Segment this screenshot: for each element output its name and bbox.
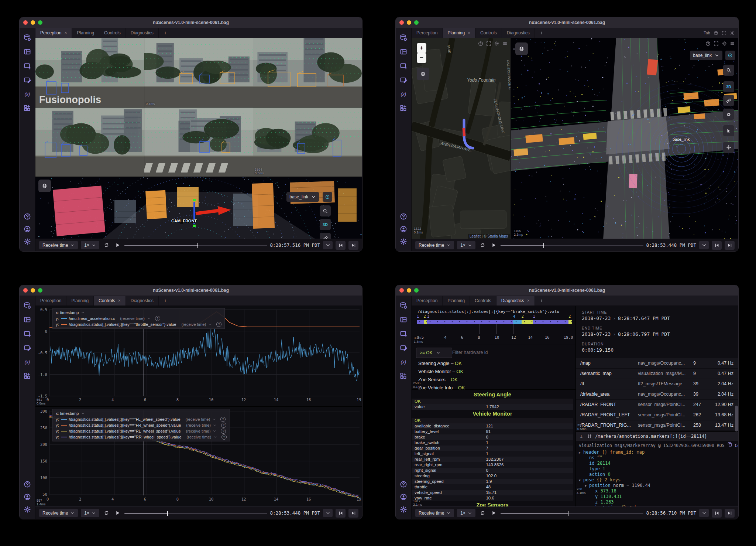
sidebar-item-add-panel[interactable] (23, 329, 32, 338)
state-segment[interactable] (533, 320, 568, 324)
seek-forward-button[interactable] (348, 509, 358, 518)
slider-thumb[interactable] (543, 243, 544, 248)
camera-image-panel[interactable]: Fusionopolis (35, 38, 144, 107)
time-options-button[interactable] (323, 509, 333, 517)
add-tab-button[interactable]: + (159, 296, 172, 306)
diagnostic-summary-item[interactable]: Steering Angle – OK (418, 361, 462, 366)
loop-button[interactable] (478, 241, 487, 249)
sidebar-item-settings[interactable] (399, 237, 408, 246)
help-icon[interactable] (714, 31, 718, 35)
chevron-down-icon[interactable] (212, 417, 216, 421)
fullscreen-icon[interactable] (486, 41, 491, 46)
slider-thumb[interactable] (167, 511, 168, 516)
tab-close-icon[interactable]: × (64, 30, 67, 35)
copy-msg-button[interactable]: Copy msg (727, 443, 738, 448)
fullscreen-icon[interactable] (714, 41, 719, 46)
sidebar-item-extensions[interactable] (23, 103, 32, 112)
search-button[interactable] (723, 65, 734, 76)
timestamp-mode-select[interactable]: Receive time (39, 241, 78, 249)
tab-diagnostics[interactable]: Diagnostics× (496, 296, 535, 306)
sort-icon[interactable] (587, 434, 592, 439)
time-options-button[interactable] (323, 241, 333, 249)
hardware-id-filter-input[interactable]: Filter hardware id (452, 348, 571, 357)
plot-legend[interactable]: x: timestampy:/diagnostics.status[:].val… (52, 409, 230, 441)
seek-backward-button[interactable] (336, 241, 346, 250)
tab-planning[interactable]: Planning (443, 296, 470, 306)
raw-messages-topbar[interactable]: ± /markers/annotations.markers[:]{id==28… (576, 432, 738, 441)
menu-icon[interactable] (730, 41, 735, 46)
topic-row[interactable]: /semantic_mapvisualization_msgs/M...90.4… (576, 369, 738, 379)
measure-button[interactable] (723, 95, 734, 106)
scrollbar[interactable] (735, 406, 738, 431)
help-icon[interactable]: ? (221, 423, 226, 428)
sidebar-item-layouts[interactable] (399, 47, 408, 56)
tab-diagnostics[interactable]: Diagnostics (126, 28, 159, 38)
camera-image-panel[interactable] (253, 38, 362, 107)
seek-forward-button[interactable] (725, 241, 735, 250)
seek-forward-button[interactable] (725, 509, 735, 518)
topic-row[interactable]: /RADAR_FRONTsensor_msgs/PointCl...24712.… (576, 400, 738, 410)
camera-image-panel[interactable]: 0.4ms (144, 38, 253, 107)
toggle-3d-button[interactable]: 3D (320, 219, 331, 230)
play-button[interactable] (489, 241, 498, 249)
lidar-3d-panel[interactable]: CAM_FRONT base_link 3D (35, 177, 362, 239)
tab-perception[interactable]: Perception (35, 296, 66, 306)
legend-x-row[interactable]: x: timestamp (56, 310, 221, 315)
map-panel[interactable]: Yodo FountainFUSIONOPOLIS LINKAYER RAJAH… (412, 38, 511, 239)
timestamp-mode-select[interactable]: Receive time (39, 509, 78, 517)
seek-backward-button[interactable] (712, 241, 722, 250)
titlebar[interactable]: nuScenes-v1.0-mini-scene-0061.bag (396, 285, 738, 296)
titlebar[interactable]: nuScenes-v1.0-mini-scene-0061.bag (20, 17, 362, 28)
help-icon[interactable] (478, 41, 483, 46)
tab-planning[interactable]: Planning (72, 28, 99, 38)
tab-perception[interactable]: Perception (412, 28, 443, 38)
slider-thumb[interactable] (568, 511, 568, 516)
state-segment[interactable] (513, 320, 522, 324)
chevron-down-icon[interactable] (147, 317, 151, 320)
tab-diagnostics[interactable]: Diagnostics (502, 28, 535, 38)
tab-diagnostics[interactable]: Diagnostics (126, 296, 159, 306)
timeline-slider[interactable] (501, 509, 643, 517)
layers-icon[interactable] (38, 180, 51, 192)
help-icon[interactable]: ? (216, 322, 221, 327)
raw-messages-panel[interactable]: ± /markers/annotations.markers[:]{id==28… (576, 432, 738, 506)
data-source-info-panel[interactable]: START TIME 2018-07-23›8:28:47.647 PM PDT… (576, 306, 738, 432)
frame-target-button[interactable] (323, 192, 332, 202)
settings-icon[interactable] (730, 31, 735, 35)
sidebar-item-extensions[interactable] (399, 103, 408, 112)
speed-select[interactable]: 1× (457, 509, 475, 517)
timeline-slider[interactable] (124, 509, 267, 517)
seek-backward-button[interactable] (336, 509, 346, 518)
camera-image-panel[interactable]: 38940.5ms (253, 108, 362, 177)
speed-select[interactable]: 1× (457, 241, 475, 249)
tab-perception[interactable]: Perception× (35, 28, 72, 38)
sidebar-item-data-source[interactable] (399, 301, 408, 310)
speed-select[interactable]: 1× (81, 241, 99, 249)
legend-series-row[interactable]: y:/diagnostics.status[:].values[:]{key==… (56, 422, 227, 428)
timeline-slider[interactable] (501, 241, 643, 249)
loop-button[interactable] (102, 241, 110, 249)
state-segment[interactable] (522, 320, 533, 324)
sidebar-item-help[interactable] (399, 480, 408, 489)
search-button[interactable] (320, 205, 331, 216)
sidebar-item-variables[interactable]: (x) (399, 357, 408, 366)
legend-series-row[interactable]: y:/diagnostics.status[:].values[:]{key==… (56, 434, 227, 440)
diagnostic-summary-item[interactable]: Vehicle Monitor – OK (418, 369, 463, 374)
timeline-slider[interactable] (124, 241, 267, 249)
help-icon[interactable] (705, 41, 711, 46)
play-button[interactable] (113, 241, 121, 249)
frame-target-button[interactable] (725, 51, 735, 60)
fullscreen-icon[interactable] (722, 31, 726, 35)
play-button[interactable] (489, 509, 498, 517)
sidebar-item-account[interactable] (23, 492, 32, 501)
topic-row[interactable]: /drivable_areanav_msgs/Occupanc...392.04… (576, 389, 738, 399)
sidebar-item-edit-layout[interactable] (23, 343, 32, 352)
topic-row[interactable]: /tftf2_msgs/TFMessage392.04 Hz (576, 379, 738, 389)
settings-icon[interactable] (722, 41, 727, 46)
sidebar-item-account[interactable] (23, 225, 32, 233)
tab-planning[interactable]: Planning (66, 296, 94, 306)
tab-perception[interactable]: Perception (412, 296, 443, 306)
debug-button[interactable] (723, 109, 734, 120)
seek-backward-button[interactable] (712, 509, 722, 518)
sidebar-item-layouts[interactable] (399, 315, 408, 324)
